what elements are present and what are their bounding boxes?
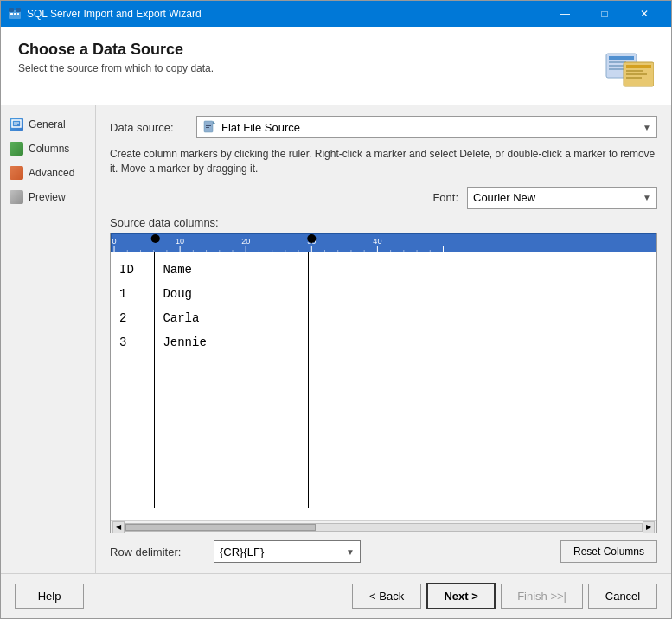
font-select[interactable]: Courier New ▼ bbox=[467, 187, 657, 209]
content-area: General Columns Advanced Preview Data so… bbox=[1, 105, 671, 573]
svg-text:0: 0 bbox=[112, 237, 117, 246]
data-preview: 0 10 20 bbox=[110, 233, 657, 533]
svg-rect-3 bbox=[10, 13, 13, 15]
header-section: Choose a Data Source Select the source f… bbox=[1, 27, 671, 105]
svg-rect-25 bbox=[112, 234, 656, 252]
page-title: Choose a Data Source bbox=[18, 41, 214, 59]
footer-right: < Back Next > Finish >>| Cancel bbox=[352, 583, 657, 609]
preview-icon bbox=[10, 190, 23, 204]
header-icon bbox=[602, 41, 654, 93]
row-delimiter-label: Row delimiter: bbox=[110, 546, 205, 558]
svg-text:20: 20 bbox=[241, 237, 250, 246]
column-divider-2 bbox=[308, 252, 309, 508]
data-row-2: 2 Carla bbox=[119, 306, 656, 330]
columns-icon bbox=[10, 142, 23, 156]
datasource-dropdown-arrow: ▼ bbox=[643, 123, 651, 132]
app-icon bbox=[8, 7, 22, 21]
left-nav: General Columns Advanced Preview bbox=[1, 105, 96, 573]
row-delimiter-select[interactable]: {CR}{LF} ▼ bbox=[214, 540, 361, 563]
font-label: Font: bbox=[432, 191, 458, 204]
svg-rect-22 bbox=[206, 127, 209, 128]
datasource-row: Data source: Flat File Source ▼ bbox=[110, 116, 657, 138]
datasource-value: Flat File Source bbox=[221, 121, 300, 134]
reset-columns-button[interactable]: Reset Columns bbox=[560, 540, 657, 563]
svg-rect-10 bbox=[609, 68, 624, 70]
svg-marker-24 bbox=[213, 121, 216, 124]
back-button[interactable]: < Back bbox=[352, 584, 421, 609]
svg-rect-7 bbox=[609, 56, 634, 60]
font-dropdown-arrow: ▼ bbox=[643, 193, 651, 202]
svg-rect-2 bbox=[16, 8, 21, 12]
advanced-icon bbox=[10, 166, 23, 180]
sidebar-item-columns[interactable]: Columns bbox=[1, 137, 95, 161]
row-delimiter-row: Row delimiter: {CR}{LF} ▼ Reset Columns bbox=[110, 540, 657, 563]
footer: Help < Back Next > Finish >>| Cancel bbox=[1, 573, 671, 618]
sidebar-item-preview[interactable]: Preview bbox=[1, 185, 95, 209]
sidebar-label-general: General bbox=[29, 118, 66, 131]
finish-button[interactable]: Finish >>| bbox=[501, 584, 583, 609]
sidebar-item-advanced[interactable]: Advanced bbox=[1, 161, 95, 185]
scroll-right-arrow[interactable]: ▶ bbox=[643, 521, 655, 533]
cell-1: 1 Doug bbox=[119, 282, 192, 306]
svg-rect-13 bbox=[626, 70, 643, 72]
ruler[interactable]: 0 10 20 bbox=[111, 233, 656, 252]
sidebar-item-general[interactable]: General bbox=[1, 112, 95, 137]
window-title: SQL Server Import and Export Wizard bbox=[27, 8, 545, 20]
description-text: Create column markers by clicking the ru… bbox=[110, 147, 657, 176]
data-row-header: ID Name bbox=[119, 258, 656, 282]
row-delimiter-value: {CR}{LF} bbox=[220, 546, 264, 558]
data-rows: ID Name 1 Doug 2 Carla 3 Jennie bbox=[111, 252, 656, 354]
datasource-select[interactable]: Flat File Source ▼ bbox=[196, 116, 657, 138]
cancel-button[interactable]: Cancel bbox=[588, 584, 657, 609]
svg-rect-4 bbox=[14, 13, 16, 15]
general-icon bbox=[10, 118, 23, 131]
columns-label: Source data columns: bbox=[110, 216, 657, 229]
help-button[interactable]: Help bbox=[15, 584, 84, 609]
next-button[interactable]: Next > bbox=[426, 583, 496, 609]
sidebar-label-preview: Preview bbox=[29, 191, 66, 203]
page-subtitle: Select the source from which to copy dat… bbox=[18, 62, 214, 74]
svg-rect-19 bbox=[204, 121, 213, 132]
sidebar-label-advanced: Advanced bbox=[29, 167, 74, 179]
svg-rect-12 bbox=[626, 65, 651, 68]
cell-3: 3 Jennie bbox=[119, 330, 207, 354]
close-button[interactable]: ✕ bbox=[624, 1, 664, 27]
svg-rect-14 bbox=[626, 73, 647, 75]
svg-rect-5 bbox=[17, 13, 19, 15]
scroll-track[interactable] bbox=[125, 523, 643, 532]
column-divider-1 bbox=[154, 252, 155, 508]
maximize-button[interactable]: □ bbox=[585, 1, 624, 27]
scroll-left-arrow[interactable]: ◀ bbox=[112, 521, 125, 533]
minimize-button[interactable]: — bbox=[545, 1, 585, 27]
svg-rect-20 bbox=[206, 124, 211, 124]
svg-text:40: 40 bbox=[373, 237, 381, 246]
row-delimiter-arrow: ▼ bbox=[346, 547, 355, 557]
footer-left: Help bbox=[15, 584, 84, 609]
header-text: Choose a Data Source Select the source f… bbox=[18, 41, 214, 74]
data-row-1: 1 Doug bbox=[119, 282, 656, 306]
window-controls: — □ ✕ bbox=[545, 1, 664, 27]
svg-text:10: 10 bbox=[176, 237, 184, 246]
data-row-3: 3 Jennie bbox=[119, 330, 656, 354]
svg-point-58 bbox=[307, 234, 316, 243]
datasource-label: Data source: bbox=[110, 121, 196, 134]
ruler-svg: 0 10 20 bbox=[112, 234, 656, 252]
svg-rect-1 bbox=[9, 8, 14, 12]
svg-point-57 bbox=[151, 234, 160, 243]
sidebar-label-columns: Columns bbox=[29, 143, 69, 155]
flatfile-icon bbox=[202, 120, 216, 134]
data-content-area: ID Name 1 Doug 2 Carla 3 Jennie bbox=[111, 252, 656, 520]
svg-rect-16 bbox=[12, 120, 21, 127]
font-value: Courier New bbox=[473, 191, 535, 204]
svg-rect-15 bbox=[626, 77, 642, 79]
title-bar: SQL Server Import and Export Wizard — □ … bbox=[1, 1, 671, 27]
cell-2: 2 Carla bbox=[119, 306, 199, 330]
cell-id-header: ID Name bbox=[119, 258, 192, 282]
svg-rect-21 bbox=[206, 125, 211, 126]
datasource-select-value: Flat File Source bbox=[202, 120, 300, 134]
horizontal-scrollbar[interactable]: ◀ ▶ bbox=[111, 520, 656, 533]
right-panel: Data source: Flat File Source ▼ bbox=[96, 105, 671, 573]
scroll-thumb[interactable] bbox=[125, 524, 316, 531]
main-window: SQL Server Import and Export Wizard — □ … bbox=[0, 0, 672, 619]
font-row: Font: Courier New ▼ bbox=[110, 187, 657, 209]
